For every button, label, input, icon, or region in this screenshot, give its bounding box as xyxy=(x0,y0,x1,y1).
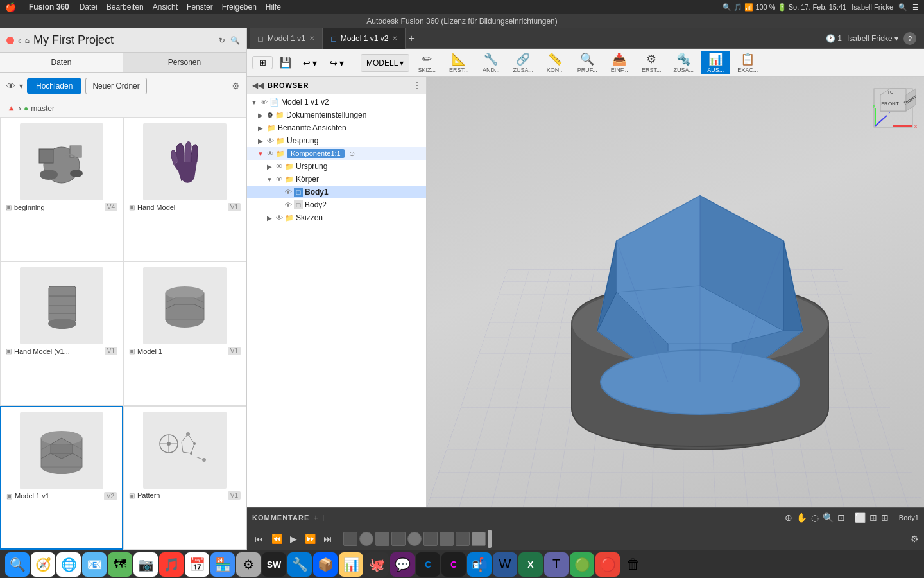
menu-datei[interactable]: Datei xyxy=(80,3,98,12)
dock-code1[interactable]: C xyxy=(416,552,440,577)
redo-btn[interactable]: ↪ ▾ xyxy=(324,57,350,69)
tl-prev-btn[interactable]: ⏪ xyxy=(269,532,285,545)
menu-fenster[interactable]: Fenster xyxy=(187,3,213,12)
tree-eyeball-komponente[interactable]: 👁 xyxy=(267,150,274,157)
tl-item-2[interactable] xyxy=(359,532,373,546)
toolbar-erst[interactable]: 📐 ERST... xyxy=(444,51,474,74)
menu-hilfe[interactable]: Hilfe xyxy=(266,3,281,12)
dock-safari[interactable]: 🧭 xyxy=(31,552,55,577)
dock-keynote[interactable]: 📊 xyxy=(339,552,363,577)
tree-eyeball-body1[interactable]: 👁 xyxy=(285,188,292,196)
tl-playhead[interactable] xyxy=(488,530,492,548)
dock-excel[interactable]: X xyxy=(518,552,543,577)
toolbar-pruef[interactable]: 🔍 PRÜF... xyxy=(572,51,602,74)
axis-cube[interactable]: FRONT TOP RIGHT x y z xyxy=(868,82,919,134)
thumb-model1-v1[interactable]: ▣ Model 1 v1 V2 xyxy=(0,406,123,550)
tree-item-ursprung2[interactable]: ▶ 👁 📁 Ursprung xyxy=(247,160,426,173)
app-name[interactable]: Fusion 360 xyxy=(29,3,69,12)
apple-menu[interactable]: 🍎 xyxy=(5,2,16,12)
model-dropdown[interactable]: MODELL ▾ xyxy=(361,54,409,72)
toolbar-skiz[interactable]: ✏ SKIZ... xyxy=(412,51,441,74)
upload-button[interactable]: Hochladen xyxy=(27,78,81,94)
toolbar-einf[interactable]: 📥 EINF... xyxy=(604,51,634,74)
dock-music[interactable]: 🎵 xyxy=(159,552,184,577)
toolbar-exac[interactable]: 📋 EXAC... xyxy=(733,51,762,74)
tl-end-btn[interactable]: ⏭ xyxy=(321,532,335,545)
dock-dropbox[interactable]: 📦 xyxy=(313,552,338,577)
dropdown-button[interactable]: ▾ xyxy=(19,82,23,91)
dock-word[interactable]: W xyxy=(493,552,517,577)
visual-style-btn[interactable]: ⊞ xyxy=(881,512,889,523)
toolbar-aend[interactable]: 🔧 ÄND... xyxy=(476,51,506,74)
thumb-model1[interactable]: ▣ Model 1 V1 xyxy=(123,261,246,405)
toolbar-aus[interactable]: 📊 AUS... xyxy=(701,51,730,74)
thumb-beginning[interactable]: ▣ beginning V4 xyxy=(0,118,123,261)
tree-eyeball-u2[interactable]: 👁 xyxy=(276,162,283,170)
dock-photos[interactable]: 📷 xyxy=(133,552,158,577)
vtab-model1v1[interactable]: ◻ Model 1 v1 ✕ xyxy=(250,28,323,49)
dock-finder[interactable]: 🔍 xyxy=(5,552,30,577)
home-icon[interactable]: ⌂ xyxy=(25,36,30,45)
tl-next-btn[interactable]: ⏩ xyxy=(302,532,318,545)
menu-bearbeiten[interactable]: Bearbeiten xyxy=(107,3,144,12)
tl-item-5[interactable] xyxy=(407,532,422,546)
vtab-close-1[interactable]: ✕ xyxy=(309,35,314,42)
breadcrumb-label[interactable]: master xyxy=(31,104,55,113)
nav-fit-btn[interactable]: ⊡ xyxy=(837,512,845,523)
dock-settings[interactable]: ⚙ xyxy=(236,552,261,577)
tree-eyeball-model[interactable]: 👁 xyxy=(261,98,268,106)
tl-item-9[interactable] xyxy=(472,532,486,546)
tree-item-komponente[interactable]: ▼ 👁 📁 Komponente1:1 ⊙ xyxy=(247,147,426,160)
tree-item-namedviews[interactable]: ▶ 📁 Benannte Ansichten xyxy=(247,121,426,134)
tl-item-8[interactable] xyxy=(456,532,470,546)
toolbar-zusa[interactable]: 🔗 ZUSA... xyxy=(508,51,538,74)
undo-btn[interactable]: ↩ ▾ xyxy=(297,57,323,69)
scene-viewport[interactable]: FRONT TOP RIGHT x y z xyxy=(427,77,924,507)
vtab-model1v1v2[interactable]: ◻ Model 1 v1 v2 ✕ xyxy=(323,28,406,49)
dock-teams[interactable]: T xyxy=(544,552,569,577)
refresh-icon[interactable]: ↻ xyxy=(219,36,225,45)
grid-btn[interactable]: ⊞ xyxy=(869,512,877,523)
dock-github[interactable]: 🐙 xyxy=(364,552,389,577)
dock-slack[interactable]: 💬 xyxy=(390,552,415,577)
grid-view-btn[interactable]: ⊞ xyxy=(252,56,273,69)
search-icon[interactable]: 🔍 xyxy=(230,36,240,45)
dock-browser2[interactable]: 🔴 xyxy=(595,552,620,577)
tree-eyeball-body2[interactable]: 👁 xyxy=(285,201,292,209)
tree-eyeball-ursprung[interactable]: 👁 xyxy=(267,137,274,144)
thumb-hand-model-v1[interactable]: ▣ Hand Model (v1... V1 xyxy=(0,261,123,405)
nav-zoom-btn[interactable]: 🔍 xyxy=(823,512,834,523)
dock-calendar[interactable]: 📅 xyxy=(185,552,209,577)
tl-item-4[interactable] xyxy=(391,532,406,546)
menubar-search[interactable]: 🔍 xyxy=(898,3,907,12)
menubar-user[interactable]: Isabell Fricke xyxy=(851,3,893,11)
menubar-menu-icon[interactable]: ☰ xyxy=(912,3,919,12)
close-button[interactable] xyxy=(6,37,14,44)
tl-item-7[interactable] xyxy=(440,532,454,546)
dock-fusion[interactable]: 🔧 xyxy=(287,552,312,577)
browser-pin-btn[interactable]: ⋮ xyxy=(413,81,421,90)
tree-eyeball-skizzen[interactable]: 👁 xyxy=(276,214,283,222)
toolbar-zusa2[interactable]: 🔩 ZUSA... xyxy=(669,51,698,74)
user-label[interactable]: Isabell Fricke ▾ xyxy=(847,34,898,43)
add-comment-btn[interactable]: + xyxy=(313,512,318,523)
new-folder-button[interactable]: Neuer Ordner xyxy=(85,78,146,94)
nav-orbit-btn[interactable]: ◌ xyxy=(811,512,819,523)
tl-item-1[interactable] xyxy=(343,532,357,546)
browser-collapse-btn[interactable]: ◀◀ xyxy=(252,81,264,90)
dock-browser1[interactable]: 🟢 xyxy=(570,552,594,577)
tl-item-6[interactable] xyxy=(424,532,438,546)
menu-ansicht[interactable]: Ansicht xyxy=(153,3,178,12)
tab-personen[interactable]: Personen xyxy=(123,53,246,72)
tree-item-skizzen[interactable]: ▶ 👁 📁 Skizzen xyxy=(247,211,426,224)
dock-chrome[interactable]: 🌐 xyxy=(56,552,81,577)
thumb-pattern[interactable]: ▣ Pattern V1 xyxy=(123,406,246,550)
vtab-close-2[interactable]: ✕ xyxy=(392,35,397,42)
tree-item-ursprung[interactable]: ▶ 👁 📁 Ursprung xyxy=(247,134,426,147)
eye-button[interactable]: 👁 xyxy=(6,81,15,91)
dock-maps[interactable]: 🗺 xyxy=(108,552,132,577)
menu-freigeben[interactable]: Freigeben xyxy=(222,3,257,12)
tl-settings-btn[interactable]: ⚙ xyxy=(911,534,919,544)
toolbar-erst2[interactable]: ⚙ ERST... xyxy=(637,51,666,74)
nav-pan-btn[interactable]: ⊕ xyxy=(785,512,792,523)
